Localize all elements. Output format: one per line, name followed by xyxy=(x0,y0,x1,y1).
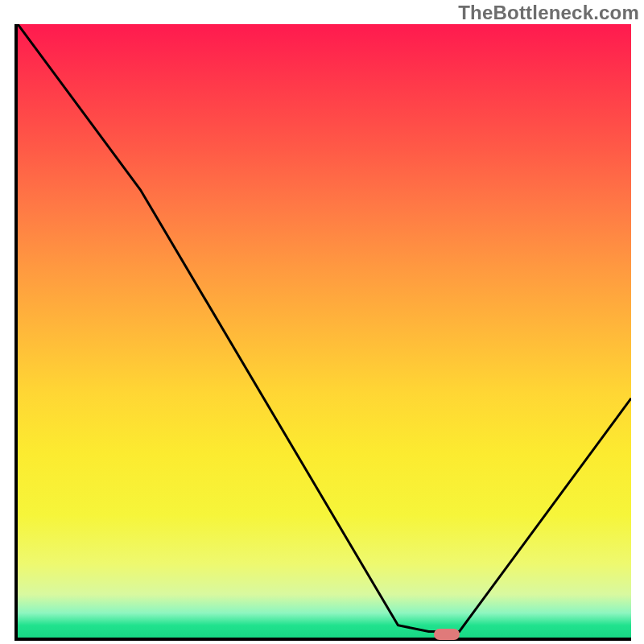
chart-trough-marker xyxy=(434,629,460,640)
chart-curve-path xyxy=(18,24,631,631)
chart-curve xyxy=(18,24,631,638)
chart-plot-area xyxy=(14,24,631,641)
watermark-text: TheBottleneck.com xyxy=(458,2,639,24)
